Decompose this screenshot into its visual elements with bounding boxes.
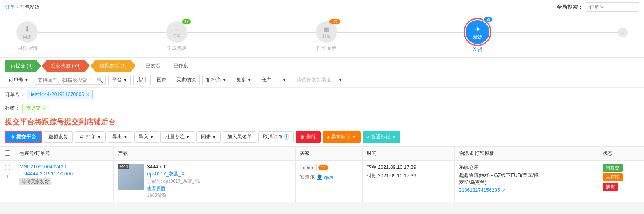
country-filter[interactable]: 国家 xyxy=(153,75,170,85)
import-dropdown-icon: ▼ xyxy=(150,135,154,139)
step-ship-badge: 69 xyxy=(483,17,493,22)
breadcrumb-order[interactable]: 订单 xyxy=(5,4,15,11)
tag-filter-value: 待提交 × xyxy=(22,104,49,113)
submit-icon: ✈ xyxy=(11,134,15,140)
normal-mark-dropdown-icon: ▼ xyxy=(392,135,396,139)
pkg-no[interactable]: MGP2109100462430 xyxy=(19,164,109,170)
product-name[interactable]: dps0017_灰蓝_XL xyxy=(147,170,291,177)
normal-mark-button[interactable]: ♦ 普通标记 ▼ xyxy=(363,131,400,143)
blacklist-button[interactable]: 加入黑名单 xyxy=(223,131,256,143)
print-dropdown-icon: ▼ xyxy=(97,135,101,139)
tag-filter-close[interactable]: × xyxy=(42,105,46,112)
step-ship[interactable]: ✈ 发货 69 发货 xyxy=(466,20,489,53)
import-button[interactable]: 导入 ▼ xyxy=(134,131,158,143)
product-qty: $444 x 1 xyxy=(147,164,291,170)
search-icon[interactable]: 🔍 xyxy=(97,77,103,83)
product-cell: $444 $444 x 1 dps0017_灰蓝_XL 已配对: dps0017… xyxy=(113,161,295,202)
sync-button[interactable]: 同步 ▼ xyxy=(196,131,221,143)
order-no-filter[interactable]: 订单号 ▼ xyxy=(5,75,32,85)
status-cell: 待提交 未打印 缺货 xyxy=(598,161,644,202)
submit-platform-button[interactable]: ✈ 提交平台 xyxy=(5,131,42,143)
sort-filter[interactable]: ⇅ 排序 ▼ xyxy=(202,75,230,85)
col-product: 产品 xyxy=(113,147,295,161)
step-pack-label: 打印面单 xyxy=(317,45,336,52)
tag-filter-label: 标签： xyxy=(5,105,20,112)
delete-icon: 🗑 xyxy=(300,134,305,140)
step-sync[interactable]: ⬇ 同步 同步店铺 xyxy=(16,21,38,52)
breadcrumb-sep: › xyxy=(16,4,18,10)
col-pkg-order: 包裹号/订单号 xyxy=(15,147,114,161)
more-filter[interactable]: 更多 ▼ xyxy=(233,75,255,85)
product-match: 已配对: dps0017_灰蓝_XL xyxy=(147,178,291,184)
table-row: 1 MGP2109100462430 test4444-201911270006… xyxy=(0,161,644,202)
order-no-tag: test4444-201911270006 × xyxy=(27,90,93,99)
product-price-badge: $444 xyxy=(118,164,129,169)
cancel-info-icon: ⓘ xyxy=(284,133,289,141)
tab-pending[interactable]: 待提交 (9) xyxy=(5,60,41,72)
col-status: 状态 xyxy=(598,147,644,161)
search-input[interactable] xyxy=(38,77,95,83)
tab-trashed[interactable]: 已作废 xyxy=(167,60,195,72)
search-box[interactable]: 🔍 xyxy=(35,76,106,85)
channel-filter[interactable]: 请选择发货渠道 ▼ xyxy=(293,75,346,85)
tab-failed[interactable]: 提交失败 (59) xyxy=(42,60,90,72)
virtual-ship-button[interactable]: 虚拟发货 xyxy=(44,131,73,143)
order-no[interactable]: test4444-201911270006 xyxy=(19,171,109,177)
batch-note-dropdown-icon: ▼ xyxy=(186,135,190,139)
pkg-order-cell: MGP2109100462430 test4444-201911270006 等… xyxy=(15,161,114,202)
select-all-checkbox[interactable] xyxy=(5,150,10,156)
row-number: 1 xyxy=(5,174,11,179)
product-source-link[interactable]: 查看原图 xyxy=(147,186,165,191)
buyer-cell: other 12 安道尔 👤 qwe xyxy=(295,161,362,202)
export-button[interactable]: 导出 ▼ xyxy=(108,131,132,143)
delete-button[interactable]: 🗑 删除 xyxy=(296,131,321,143)
buyer-tag: other xyxy=(300,164,317,171)
global-search-label: 全局搜索： xyxy=(557,3,583,11)
buyer-name: 安道尔 xyxy=(300,174,315,181)
global-search-area: 全局搜索： xyxy=(557,2,639,12)
tracking-no[interactable]: 213613274156235 xyxy=(459,187,500,193)
export-dropdown-icon: ▼ xyxy=(123,135,128,139)
step-order[interactable]: ≡ 订单 47 生成包裹 xyxy=(166,21,187,52)
product-source2: 1688货源 xyxy=(147,192,291,198)
abnormal-mark-button[interactable]: ♦ 异常标记 ▼ xyxy=(323,131,361,143)
tracking-link-icon[interactable]: ↗ xyxy=(502,187,506,193)
step-pack[interactable]: ▦ 打包 323 打印面单 xyxy=(316,21,337,52)
logistics-name: 趣趣物流(test) - GZ线下EUB(美国/俄罗斯/乌克兰) xyxy=(459,172,541,186)
warehouse-filter[interactable]: 仓库 ▼ xyxy=(258,75,290,85)
step-next-arrow: › xyxy=(618,28,628,37)
buyer-num-badge: 12 xyxy=(318,165,328,170)
cancel-order-button[interactable]: 取消订单 ⓘ xyxy=(258,131,294,143)
pay-time: 付款:2021.09.10 17:39 xyxy=(367,173,450,179)
breadcrumb: 订单 › 打包发货 xyxy=(5,4,39,11)
product-image: $444 xyxy=(118,164,144,190)
row-checkbox[interactable] xyxy=(5,165,10,170)
step-pack-badge: 323 xyxy=(329,19,340,24)
step-order-label: 生成包裹 xyxy=(167,45,187,52)
logistics-cell: 系统仓库 趣趣物流(test) - GZ线下EUB(美国/俄罗斯/乌克兰) 21… xyxy=(454,161,598,202)
tab-shipped[interactable]: 已发货 xyxy=(139,60,167,72)
status-missing-badge: 缺货 xyxy=(603,183,618,191)
status-pending-badge: 待提交 xyxy=(603,164,623,172)
store-filter[interactable]: 店铺 xyxy=(133,75,151,85)
order-time: 下单:2021.09.10 17:39 xyxy=(367,164,450,171)
batch-note-button[interactable]: 批量备注 ▼ xyxy=(160,131,194,143)
status-unprint-badge: 未打印 xyxy=(603,173,623,181)
step-sync-label: 同步店铺 xyxy=(17,45,37,52)
order-no-filter-label: 订单号： xyxy=(5,91,25,98)
step-order-badge: 47 xyxy=(182,19,191,24)
announcement-text: 提交平台将跟踪号提交到店铺后台 xyxy=(5,118,116,126)
buyer-account[interactable]: qwe xyxy=(324,175,333,180)
breadcrumb-ship: 打包发货 xyxy=(20,4,39,11)
global-search-input[interactable] xyxy=(586,2,639,12)
col-time: 时间 xyxy=(362,147,454,161)
warehouse-name: 系统仓库 xyxy=(459,164,594,171)
buyer-person-icon: 👤 xyxy=(316,174,323,180)
tab-virtual[interactable]: 虚拟发货 (1) xyxy=(91,60,136,72)
print-button[interactable]: 🖨 打印 ▼ xyxy=(75,131,106,143)
col-logistics: 物流 & 打印模板 xyxy=(454,147,598,161)
product-details: $444 x 1 dps0017_灰蓝_XL 已配对: dps0017_灰蓝_X… xyxy=(147,164,291,198)
platform-filter[interactable]: 平台 ▼ xyxy=(108,75,131,85)
order-no-tag-close[interactable]: × xyxy=(86,91,89,98)
buyer-logistics-filter[interactable]: 买家物流 xyxy=(173,75,200,85)
